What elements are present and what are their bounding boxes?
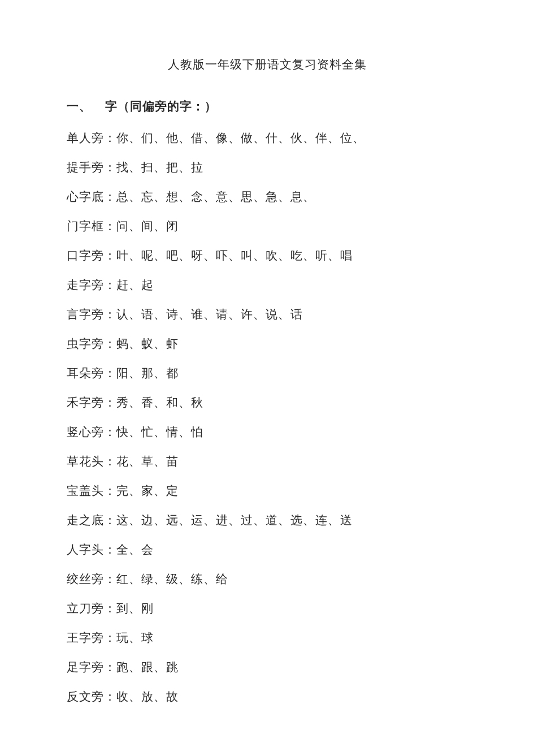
- radical-line: 言字旁：认、语、诗、谁、请、许、说、话: [67, 309, 467, 321]
- radical-chars: 赶、起: [116, 278, 154, 292]
- radical-line: 禾字旁：秀、香、和、秋: [67, 397, 467, 409]
- radical-line: 竖心旁：快、忙、情、怕: [67, 426, 467, 438]
- radical-line: 王字旁：玩、球: [67, 632, 467, 644]
- radical-label: 走之底：: [67, 513, 116, 527]
- radical-chars: 你、们、他、借、像、做、什、伙、伴、位、: [116, 131, 365, 145]
- radical-line: 足字旁：跑、跟、跳: [67, 662, 467, 673]
- radical-line: 门字框：问、间、闭: [67, 221, 467, 232]
- radical-line: 草花头：花、草、苗: [67, 456, 467, 468]
- radical-chars: 问、间、闭: [116, 219, 179, 233]
- radical-chars: 跑、跟、跳: [116, 660, 179, 674]
- radical-chars: 完、家、定: [116, 484, 179, 498]
- radical-line: 立刀旁：到、刚: [67, 603, 467, 615]
- radical-label: 禾字旁：: [67, 396, 116, 409]
- radical-line: 口字旁：叶、呢、吧、呀、吓、叫、吹、吃、听、唱: [67, 250, 467, 262]
- section-heading: 一、字（同偏旁的字：）: [67, 98, 467, 114]
- radical-chars: 阳、那、都: [116, 366, 179, 380]
- radical-chars: 红、绿、级、练、给: [116, 572, 228, 586]
- radical-line: 单人旁：你、们、他、借、像、做、什、伙、伴、位、: [67, 132, 467, 144]
- radical-label: 反文旁：: [67, 690, 116, 703]
- radical-chars: 快、忙、情、怕: [116, 425, 203, 439]
- radical-label: 口字旁：: [67, 249, 116, 262]
- radical-chars: 认、语、诗、谁、请、许、说、话: [116, 308, 303, 321]
- radical-label: 言字旁：: [67, 308, 116, 321]
- radical-label: 走字旁：: [67, 278, 116, 292]
- radical-line: 反文旁：收、放、故: [67, 691, 467, 703]
- radical-chars: 全、会: [116, 543, 154, 556]
- radical-chars: 秀、香、和、秋: [116, 396, 203, 409]
- radical-label: 竖心旁：: [67, 425, 116, 439]
- radical-label: 心字底：: [67, 190, 116, 204]
- radical-label: 足字旁：: [67, 660, 116, 674]
- radical-line: 走字旁：赶、起: [67, 279, 467, 291]
- radical-chars: 花、草、苗: [116, 455, 179, 468]
- radical-chars: 叶、呢、吧、呀、吓、叫、吹、吃、听、唱: [116, 249, 353, 262]
- page-title: 人教版一年级下册语文复习资料全集: [67, 57, 467, 72]
- radical-line: 心字底：总、忘、想、念、意、思、急、息、: [67, 191, 467, 203]
- radical-label: 耳朵旁：: [67, 366, 116, 380]
- radical-chars: 玩、球: [116, 631, 154, 645]
- radical-label: 提手旁：: [67, 161, 116, 174]
- radical-chars: 找、扫、把、拉: [116, 161, 203, 174]
- radical-chars: 收、放、故: [116, 690, 179, 703]
- radical-label: 门字框：: [67, 219, 116, 233]
- radical-line: 宝盖头：完、家、定: [67, 485, 467, 497]
- radical-label: 王字旁：: [67, 631, 116, 645]
- radical-chars: 总、忘、想、念、意、思、急、息、: [116, 190, 315, 204]
- radical-line: 走之底：这、边、远、运、进、过、道、选、连、送: [67, 515, 467, 526]
- radical-line: 虫字旁：蚂、蚁、虾: [67, 338, 467, 350]
- radical-label: 宝盖头：: [67, 484, 116, 498]
- section-number: 一、: [67, 98, 92, 114]
- radical-chars: 蚂、蚁、虾: [116, 337, 179, 351]
- radical-label: 人字头：: [67, 543, 116, 556]
- radical-label: 虫字旁：: [67, 337, 116, 351]
- radical-label: 单人旁：: [67, 131, 116, 145]
- section-heading-text: 字（同偏旁的字：）: [105, 100, 217, 113]
- radical-line: 绞丝旁：红、绿、级、练、给: [67, 573, 467, 585]
- radical-line: 提手旁：找、扫、把、拉: [67, 162, 467, 174]
- radical-label: 绞丝旁：: [67, 572, 116, 586]
- radical-line: 耳朵旁：阳、那、都: [67, 368, 467, 379]
- radical-chars: 到、刚: [116, 602, 154, 615]
- radical-chars: 这、边、远、运、进、过、道、选、连、送: [116, 513, 353, 527]
- radical-label: 立刀旁：: [67, 602, 116, 615]
- radical-line: 人字头：全、会: [67, 544, 467, 556]
- radical-label: 草花头：: [67, 455, 116, 468]
- radical-list: 单人旁：你、们、他、借、像、做、什、伙、伴、位、提手旁：找、扫、把、拉心字底：总…: [67, 132, 467, 703]
